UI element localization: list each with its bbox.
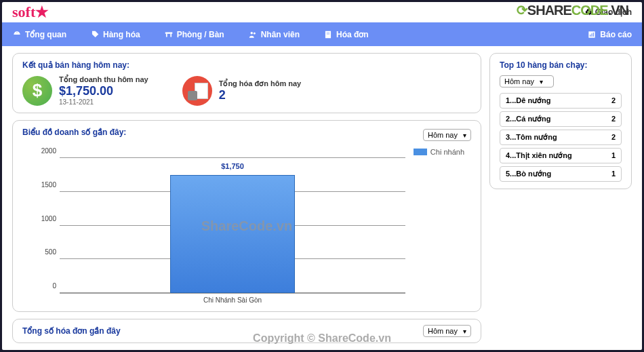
top10-item[interactable]: 3...Tôm nướng2 — [500, 130, 622, 145]
receipt-icon — [182, 76, 212, 106]
bar-value-label: $1,750 — [221, 162, 244, 170]
nav-phongban[interactable]: Phòng / Bàn — [164, 30, 224, 39]
kpi-revenue-date: 13-11-2021 — [59, 98, 148, 106]
kpi-invoices-value: 2 — [219, 88, 302, 102]
ytick: 2000 — [29, 147, 56, 155]
invoice-chart-card: Tổng số hóa đơn gần đây Hôm nay — [12, 319, 481, 343]
nav-baocao[interactable]: Báo cáo — [587, 30, 632, 39]
svg-point-4 — [254, 32, 256, 34]
chart-title: Biểu đồ doanh số gần đây: — [22, 128, 126, 137]
top10-title: Top 10 hàng bán chạy: — [500, 60, 622, 70]
svg-rect-10 — [592, 33, 592, 37]
tag-icon — [90, 30, 100, 39]
chart-range-select[interactable]: Hôm nay — [423, 129, 471, 141]
top10-range-select[interactable]: Hôm nay — [500, 75, 554, 87]
svg-rect-1 — [166, 33, 167, 37]
nav-tongquan[interactable]: Tổng quan — [12, 30, 66, 39]
svg-rect-9 — [590, 35, 590, 37]
nav-nhanvien[interactable]: Nhân viên — [248, 30, 300, 39]
dollar-icon: $ — [22, 76, 52, 106]
top10-item[interactable]: 5...Bò nướng1 — [500, 166, 622, 182]
ytick: 0 — [29, 282, 56, 290]
ytick: 1000 — [29, 214, 56, 222]
svg-rect-6 — [327, 33, 330, 33]
svg-rect-2 — [170, 33, 172, 37]
kpi-invoices-label: Tổng hóa đơn hôm nay — [219, 79, 302, 88]
kpi-invoices: Tổng hóa đơn hôm nay 2 — [182, 75, 302, 106]
top10-item[interactable]: 1...Dê nướng2 — [500, 93, 622, 109]
invoice-chart-title: Tổng số hóa đơn gần đây — [22, 326, 121, 336]
gauge-icon — [12, 30, 22, 39]
kpi-revenue: $ Tổng doanh thu hôm nay $1,750.00 13-11… — [22, 75, 148, 106]
nav-hanghoa[interactable]: Hàng hóa — [90, 30, 140, 39]
svg-point-3 — [250, 31, 253, 34]
people-icon — [248, 30, 258, 39]
chart-bar — [170, 175, 295, 293]
top10-card: Top 10 hàng bán chạy: Hôm nay 1...Dê nướ… — [489, 53, 632, 189]
nav-hoadon[interactable]: Hóa đơn — [323, 30, 369, 39]
kpi-revenue-label: Tổng doanh thu hôm nay — [59, 75, 148, 84]
sharecode-watermark: ⟳SHARECODE.VN — [517, 2, 628, 18]
invoice-range-select[interactable]: Hôm nay — [423, 325, 471, 337]
svg-rect-0 — [165, 32, 172, 33]
chart-card: Biểu đồ doanh số gần đây: Hôm nay Chi nh… — [12, 120, 481, 312]
xaxis-label: Chi Nhánh Sài Gòn — [203, 296, 262, 304]
top10-item[interactable]: 2...Cá nướng2 — [500, 111, 622, 127]
ytick: 500 — [29, 248, 56, 256]
kpi-revenue-value: $1,750.00 — [59, 84, 148, 98]
report-icon — [587, 30, 597, 39]
table-icon — [164, 30, 174, 39]
kpi-title: Kết quả bán hàng hôm nay: — [22, 60, 471, 70]
ytick: 1500 — [29, 180, 56, 188]
top10-item[interactable]: 4...Thịt xiên nướng1 — [500, 148, 622, 163]
logo: soft★ — [12, 3, 49, 21]
svg-rect-5 — [325, 31, 331, 38]
chart-legend: Chi nhánh — [414, 148, 464, 156]
svg-rect-7 — [327, 33, 330, 34]
navbar: Tổng quan Hàng hóa Phòng / Bàn Nhân viên… — [2, 22, 642, 46]
kpi-card: Kết quả bán hàng hôm nay: $ Tổng doanh t… — [12, 53, 481, 113]
svg-rect-11 — [593, 33, 594, 37]
chart-area: Chi nhánh 0 500 1000 1500 2000 $1,750 — [22, 148, 471, 304]
invoice-icon — [323, 30, 333, 39]
chart-plot: 0 500 1000 1500 2000 $1,750 Chi Nhánh Sà… — [60, 158, 405, 294]
